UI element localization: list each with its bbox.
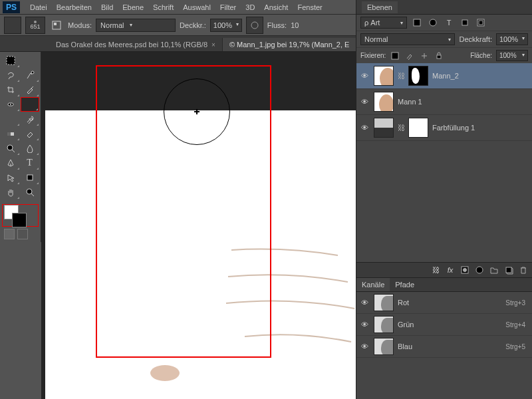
background-color[interactable] <box>12 213 27 227</box>
fx-icon[interactable]: fx <box>444 264 456 276</box>
brush-tool[interactable] <box>21 97 39 112</box>
channel-name: Grün <box>398 321 414 329</box>
layer-opacity-input[interactable]: 100%▾ <box>496 33 528 45</box>
svg-rect-18 <box>437 55 441 59</box>
visibility-icon[interactable]: 👁 <box>359 124 370 132</box>
menu-layer[interactable]: Ebene <box>118 3 148 11</box>
channel-row[interactable]: 👁 Rot Strg+3 <box>356 292 532 314</box>
pressure-opacity-icon[interactable] <box>246 17 263 34</box>
svg-point-4 <box>31 71 34 74</box>
document-tab-2[interactable]: © Mann_1.jpg bei 19,7% (Mann_2, E <box>223 38 357 51</box>
tool-preset-icon[interactable] <box>4 17 21 34</box>
new-layer-icon[interactable] <box>503 264 515 276</box>
adjustment-icon[interactable] <box>473 264 485 276</box>
fill-input[interactable]: 100%▾ <box>496 50 528 61</box>
menu-filter[interactable]: Filter <box>215 3 241 11</box>
quick-select-tool[interactable] <box>21 68 39 82</box>
healing-tool[interactable] <box>1 97 20 112</box>
canvas[interactable] <box>41 52 356 399</box>
marquee-tool[interactable] <box>1 53 20 68</box>
lock-all-icon[interactable] <box>434 51 444 61</box>
svg-rect-16 <box>479 21 483 25</box>
gradient-tool[interactable] <box>1 126 20 141</box>
filter-shape-icon[interactable] <box>459 17 471 29</box>
link-layers-icon[interactable]: ⛓ <box>430 264 442 276</box>
filter-smart-icon[interactable] <box>475 17 487 29</box>
layer-opacity-label: Deckkraft: <box>459 35 492 43</box>
filter-adjust-icon[interactable] <box>427 17 439 29</box>
mask-link-icon[interactable]: ⛓ <box>398 124 404 132</box>
channel-thumb <box>374 316 394 333</box>
layer-row[interactable]: 👁 Mann 1 <box>356 89 532 115</box>
group-icon[interactable] <box>488 264 500 276</box>
layer-filter-select[interactable]: ρ Art▾ <box>360 17 407 29</box>
visibility-icon[interactable]: 👁 <box>359 299 370 307</box>
layer-name[interactable]: Mann 1 <box>398 98 529 106</box>
menu-select[interactable]: Auswahl <box>178 3 215 11</box>
channel-row[interactable]: 👁 Grün Strg+4 <box>356 314 532 336</box>
menu-window[interactable]: Fenster <box>293 3 327 11</box>
shape-tool[interactable] <box>21 170 39 185</box>
stamp-tool[interactable] <box>1 112 20 126</box>
close-icon[interactable]: × <box>211 41 215 49</box>
mask-link-icon[interactable]: ⛓ <box>398 72 404 80</box>
menu-image[interactable]: Bild <box>96 3 118 11</box>
layers-panel-tab[interactable]: Ebenen <box>356 0 532 15</box>
color-swatches[interactable] <box>1 203 39 227</box>
eyedropper-tool[interactable] <box>21 82 39 97</box>
pen-tool[interactable] <box>1 156 20 170</box>
brush-cursor <box>164 78 230 145</box>
layer-thumb[interactable] <box>374 66 394 86</box>
mask-thumb[interactable] <box>408 66 428 86</box>
path-select-tool[interactable] <box>1 170 20 185</box>
zoom-tool[interactable] <box>21 185 39 200</box>
layers-footer: ⛓ fx <box>356 262 532 278</box>
mask-icon[interactable] <box>459 264 471 276</box>
menu-file[interactable]: Datei <box>25 3 52 11</box>
layer-thumb[interactable] <box>374 118 394 138</box>
toolbox: T <box>0 52 41 242</box>
layer-row[interactable]: 👁 ⛓ Mann_2 <box>356 63 532 89</box>
type-tool[interactable]: T <box>21 156 39 170</box>
crop-tool[interactable] <box>1 82 20 97</box>
menu-type[interactable]: Schrift <box>148 3 178 11</box>
visibility-icon[interactable]: 👁 <box>359 342 370 350</box>
opacity-input[interactable]: 100%▾ <box>210 19 242 32</box>
channels-tab[interactable]: Kanäle <box>356 278 390 291</box>
lock-paint-icon[interactable] <box>404 51 415 61</box>
brush-size-dropdown[interactable]: 651 <box>25 17 45 34</box>
move-tool[interactable] <box>21 53 39 68</box>
blur-tool[interactable] <box>21 141 39 156</box>
visibility-icon[interactable]: 👁 <box>359 72 370 80</box>
eraser-tool[interactable] <box>21 126 39 141</box>
filter-type-icon[interactable]: T <box>443 17 455 29</box>
document-tab-1[interactable]: Das Orakel des Meeres.psd bei 10,1% (RGB… <box>49 38 223 51</box>
flow-label: Fluss: <box>267 21 287 29</box>
lock-transparency-icon[interactable] <box>390 51 400 61</box>
layer-name[interactable]: Farbfüllung 1 <box>432 124 529 132</box>
svg-point-13 <box>430 19 436 26</box>
quick-mask-toggle[interactable] <box>1 227 39 241</box>
mask-thumb[interactable] <box>408 118 428 138</box>
channel-name: Rot <box>398 299 409 307</box>
trash-icon[interactable] <box>517 264 529 276</box>
menu-view[interactable]: Ansicht <box>259 3 293 11</box>
lock-position-icon[interactable] <box>419 51 430 61</box>
lasso-tool[interactable] <box>1 68 20 82</box>
visibility-icon[interactable]: 👁 <box>359 321 370 329</box>
channel-row[interactable]: 👁 Blau Strg+5 <box>356 336 532 358</box>
blend-mode-select[interactable]: Normal▾ <box>96 19 176 32</box>
layer-row[interactable]: 👁 ⛓ Farbfüllung 1 <box>356 115 532 141</box>
history-brush-tool[interactable] <box>21 112 39 126</box>
menu-3d[interactable]: 3D <box>241 3 259 11</box>
visibility-icon[interactable]: 👁 <box>359 98 370 106</box>
paths-tab[interactable]: Pfade <box>390 278 420 291</box>
dodge-tool[interactable] <box>1 141 20 156</box>
layer-thumb[interactable] <box>374 92 394 112</box>
brush-panel-toggle[interactable] <box>49 17 64 34</box>
hand-tool[interactable] <box>1 185 20 200</box>
layer-name[interactable]: Mann_2 <box>432 72 529 80</box>
menu-edit[interactable]: Bearbeiten <box>52 3 96 11</box>
filter-pixel-icon[interactable] <box>411 17 423 29</box>
layer-blend-select[interactable]: Normal▾ <box>360 33 455 45</box>
